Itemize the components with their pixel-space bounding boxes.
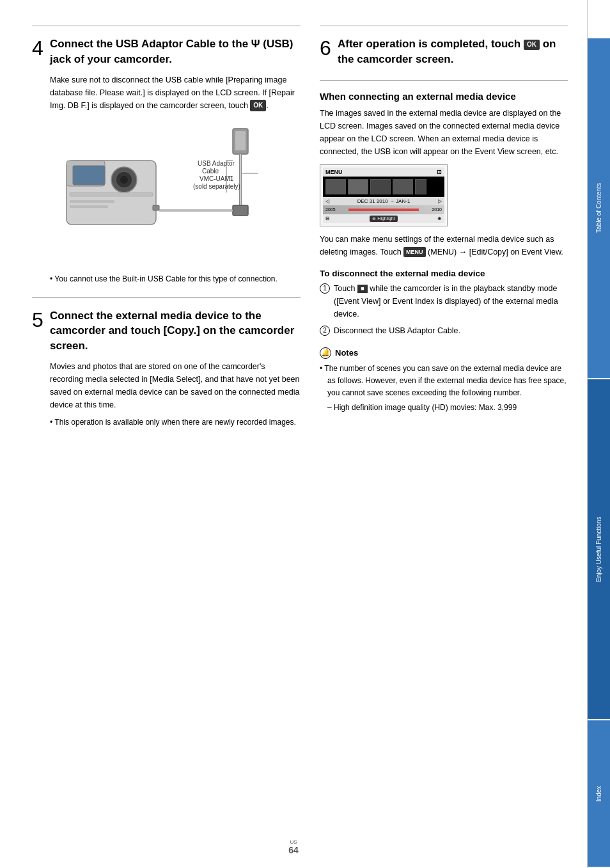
lcd-timeline: 2005 2010 bbox=[323, 205, 444, 214]
svg-rect-6 bbox=[70, 193, 153, 196]
step5-number: 5 bbox=[32, 308, 43, 332]
notes-label: Notes bbox=[335, 348, 358, 358]
lcd-screen-mockup: MENU ⊡ ◁ DEC 31 2010 → JAN-1 bbox=[320, 164, 448, 226]
step6-title: After operation is completed, touch OK o… bbox=[338, 36, 568, 67]
step5-divider bbox=[32, 297, 301, 298]
lcd-prev-arrow: ◁ bbox=[325, 198, 329, 204]
when-connecting-body1: The images saved in the external media d… bbox=[320, 107, 568, 158]
sidebar-tab-index[interactable]: Index bbox=[588, 720, 610, 867]
lcd-highlight-btn: ⊛ Highlight bbox=[370, 216, 397, 222]
lcd-year-right: 2010 bbox=[432, 207, 442, 212]
notes-bullet-1: • The number of scenes you can save on t… bbox=[320, 363, 568, 400]
step5-body: Movies and photos that are stored on one… bbox=[50, 360, 301, 411]
two-column-layout: 4 Connect the USB Adaptor Cable to the Ψ… bbox=[32, 26, 568, 441]
svg-rect-8 bbox=[70, 205, 108, 208]
lcd-bottom-bar: ⊟ ⊛ Highlight ⊕ bbox=[323, 214, 444, 223]
page-container: 4 Connect the USB Adaptor Cable to the Ψ… bbox=[0, 0, 610, 868]
svg-point-5 bbox=[120, 176, 128, 184]
page-footer: US 64 bbox=[288, 839, 299, 855]
svg-rect-9 bbox=[153, 205, 159, 210]
notes-body: • The number of scenes you can save on t… bbox=[320, 363, 568, 414]
lcd-home-icon: ⊟ bbox=[325, 216, 330, 221]
notes-header: 🔔 Notes bbox=[320, 347, 568, 359]
disconnect-step1-text: Touch ■ while the camcorder is in the pl… bbox=[334, 282, 568, 320]
step4-divider bbox=[32, 26, 301, 26]
disconnect-step1: 1 Touch ■ while the camcorder is in the … bbox=[320, 282, 568, 320]
disconnect-step2-text: Disconnect the USB Adaptor Cable. bbox=[334, 324, 460, 337]
lcd-thumbnails bbox=[323, 177, 444, 197]
svg-rect-14 bbox=[233, 205, 248, 216]
step5-block: 5 Connect the external media device to t… bbox=[32, 308, 301, 428]
disconnect-steps: 1 Touch ■ while the camcorder is in the … bbox=[320, 282, 568, 337]
lcd-thumb-4 bbox=[393, 179, 413, 194]
step5-title: Connect the external media device to the… bbox=[50, 308, 301, 354]
to-disconnect-header: To disconnect the external media device bbox=[320, 269, 568, 278]
step4-body: Make sure not to disconnect the USB cabl… bbox=[50, 74, 301, 112]
lcd-next-arrow: ▷ bbox=[438, 198, 442, 204]
step6-ok-badge: OK bbox=[524, 40, 540, 50]
lcd-settings-icon: ⊕ bbox=[437, 216, 442, 221]
lcd-year-left: 2005 bbox=[325, 207, 336, 212]
when-connecting-divider bbox=[320, 80, 568, 81]
usb-symbol: Ψ bbox=[251, 38, 260, 50]
notes-dash-1: – High definition image quality (HD) mov… bbox=[320, 402, 568, 414]
lcd-thumb-2 bbox=[348, 179, 368, 194]
disconnect-step2-num: 2 bbox=[320, 326, 330, 336]
page-number: 64 bbox=[288, 845, 299, 855]
lcd-thumb-3 bbox=[370, 179, 391, 194]
stop-icon: ■ bbox=[357, 285, 368, 293]
lcd-menu-label: MENU bbox=[325, 169, 343, 175]
svg-text:(sold separately): (sold separately) bbox=[193, 183, 240, 190]
step6-number: 6 bbox=[320, 36, 331, 60]
svg-rect-2 bbox=[73, 166, 105, 185]
page-num-label: US bbox=[288, 839, 299, 845]
disconnect-step1-num: 1 bbox=[320, 283, 330, 294]
menu-badge: MENU bbox=[403, 247, 426, 257]
when-connecting-body2: You can make menu settings of the extern… bbox=[320, 233, 568, 258]
lcd-date-bar: ◁ DEC 31 2010 → JAN-1 ▷ bbox=[323, 197, 444, 205]
lcd-date-text: DEC 31 2010 → JAN-1 bbox=[357, 198, 411, 204]
step4-number: 4 bbox=[32, 36, 43, 60]
disconnect-step2: 2 Disconnect the USB Adaptor Cable. bbox=[320, 324, 568, 337]
step6-block: 6 After operation is completed, touch OK… bbox=[320, 36, 568, 67]
step6-divider bbox=[320, 26, 568, 26]
step4-ok-badge: OK bbox=[250, 100, 266, 111]
lcd-thumb-5 bbox=[415, 179, 426, 194]
lcd-top-bar: MENU ⊡ bbox=[323, 168, 444, 177]
lcd-thumb-1 bbox=[325, 179, 346, 194]
usb-diagram: USB Adaptor Cable VMC-UAM1 (sold separat… bbox=[50, 122, 301, 263]
svg-rect-11 bbox=[235, 131, 246, 150]
left-column: 4 Connect the USB Adaptor Cable to the Ψ… bbox=[32, 26, 301, 441]
usb-diagram-svg: USB Adaptor Cable VMC-UAM1 (sold separat… bbox=[50, 122, 301, 263]
sidebar: Table of Contents Enjoy Useful Functions… bbox=[587, 0, 610, 868]
step5-bullet-note: • This operation is available only when … bbox=[50, 416, 301, 428]
main-content: 4 Connect the USB Adaptor Cable to the Ψ… bbox=[0, 0, 587, 868]
right-column: 6 After operation is completed, touch OK… bbox=[320, 26, 568, 441]
notes-section: 🔔 Notes • The number of scenes you can s… bbox=[320, 347, 568, 414]
sidebar-tab-enjoy-useful-functions[interactable]: Enjoy Useful Functions bbox=[588, 379, 610, 719]
step4-title: Connect the USB Adaptor Cable to the Ψ (… bbox=[50, 36, 301, 67]
svg-text:USB Adaptor: USB Adaptor bbox=[198, 160, 235, 167]
sidebar-tab-table-of-contents[interactable]: Table of Contents bbox=[588, 38, 610, 378]
notes-icon: 🔔 bbox=[320, 347, 331, 359]
svg-rect-7 bbox=[70, 200, 114, 203]
step4-block: 4 Connect the USB Adaptor Cable to the Ψ… bbox=[32, 36, 301, 285]
lcd-usb-icon: ⊡ bbox=[437, 169, 442, 175]
lcd-timeline-bar bbox=[348, 209, 418, 211]
when-connecting-section: When connecting an external media device… bbox=[320, 91, 568, 414]
svg-text:Cable: Cable bbox=[202, 168, 219, 175]
step4-bullet-note: • You cannot use the Built-in USB Cable … bbox=[50, 273, 301, 285]
when-connecting-header: When connecting an external media device bbox=[320, 91, 568, 102]
